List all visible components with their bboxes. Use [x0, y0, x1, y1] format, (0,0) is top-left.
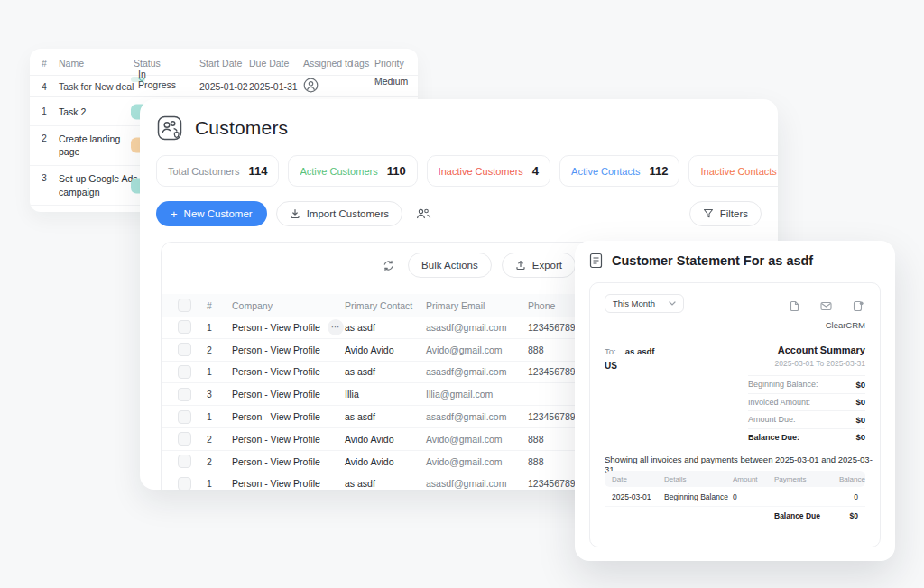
cell-email: Avido@gmail.com	[426, 456, 528, 467]
mini-footer-value: $0	[839, 511, 858, 520]
stat-label: Total Customers	[168, 166, 239, 177]
cell-company: Person - View Profile	[232, 366, 345, 377]
cell-contact: as asdf	[345, 322, 426, 333]
cell-number: 1	[207, 478, 232, 489]
import-customers-label: Import Customers	[307, 208, 389, 219]
cell-number: 1	[207, 411, 232, 422]
statement-table-header: DateDetailsAmountPaymentsBalance	[605, 471, 865, 487]
account-summary-period: 2025-03-01 To 2025-03-31	[774, 359, 865, 368]
company-link[interactable]: Person - View Profile	[232, 456, 320, 467]
mini-cell: 2025-03-01	[612, 492, 664, 501]
cell-email: asasdf@gmail.com	[426, 322, 528, 333]
header-checkbox[interactable]	[178, 299, 191, 312]
summary-label: Balance Due:	[748, 433, 799, 442]
row-checkbox[interactable]	[178, 477, 191, 490]
company-link[interactable]: Person - View Profile	[232, 434, 320, 445]
summary-value: $0	[855, 432, 865, 442]
stat-card: Inactive Contacts3	[688, 155, 778, 187]
row-checkbox[interactable]	[178, 388, 191, 401]
summary-value: $0	[855, 397, 865, 407]
chevron-down-icon	[374, 79, 382, 84]
cell-email: asasdf@gmail.com	[426, 366, 528, 377]
export-button[interactable]: Export	[502, 253, 576, 278]
download-pdf-button[interactable]	[786, 297, 803, 316]
recipient-name: as asdf	[625, 346, 655, 356]
cell-email: Illia@gmail.com	[426, 389, 528, 400]
cell-email: Avido@gmail.com	[426, 434, 528, 445]
new-customer-label: New Customer	[184, 208, 253, 219]
task-number: 1	[42, 106, 47, 116]
statement-table: DateDetailsAmountPaymentsBalance 2025-03…	[605, 471, 865, 524]
mini-column-header: Balance	[839, 475, 865, 483]
table-toolbar: Bulk Actions Export	[162, 253, 576, 278]
cell-contact: Avido Avido	[345, 345, 426, 355]
brand-label: ClearCRM	[826, 320, 865, 330]
company-link[interactable]: Person - View Profile	[232, 411, 320, 422]
to-label: To:	[605, 346, 616, 356]
send-to-phone-button[interactable]	[849, 297, 867, 316]
cell-contact: Avido Avido	[345, 456, 426, 467]
row-checkbox[interactable]	[178, 320, 191, 334]
column-header: Primary Contact	[345, 300, 426, 311]
company-link[interactable]: Person - View Profile	[232, 389, 320, 400]
stats-row: Total Customers114Active Customers110Ina…	[156, 155, 778, 187]
new-customer-button[interactable]: + New Customer	[156, 201, 267, 226]
company-link[interactable]: Person - View Profile	[232, 322, 320, 333]
cell-contact: as asdf	[345, 411, 426, 422]
task-number: 4	[42, 81, 47, 92]
stat-label: Inactive Contacts	[700, 166, 776, 177]
row-checkbox[interactable]	[178, 365, 191, 379]
summary-row: Beginning Balance:$0	[748, 375, 865, 393]
row-checkbox[interactable]	[178, 410, 191, 424]
statement-header: Customer Statement For as asdf	[589, 253, 813, 269]
stat-card: Inactive Customers4	[427, 155, 550, 187]
company-link[interactable]: Person - View Profile	[232, 366, 320, 377]
assignee-avatar-icon[interactable]	[303, 78, 319, 93]
statement-table-row: 2025-03-01Beginning Balance00	[605, 487, 865, 507]
period-select[interactable]: This Month	[605, 294, 684, 313]
import-customers-button[interactable]: Import Customers	[276, 201, 402, 226]
task-number: 3	[42, 172, 47, 183]
status-dropdown[interactable]: In Progress	[131, 77, 145, 82]
cell-number: 2	[207, 456, 232, 467]
row-checkbox[interactable]	[178, 455, 191, 468]
period-select-value: This Month	[613, 299, 655, 308]
statement-title: Customer Statement For as asdf	[612, 253, 813, 268]
summary-label: Invoiced Amount:	[748, 398, 810, 407]
filters-button[interactable]: Filters	[689, 201, 762, 226]
chevron-down-icon	[669, 301, 676, 306]
summary-row: Amount Due:$0	[748, 410, 865, 428]
divider	[30, 96, 418, 97]
column-header-status: Status	[134, 58, 161, 69]
actions-row: + New Customer Import Customers	[156, 201, 762, 226]
merge-contacts-button[interactable]	[411, 204, 435, 224]
company-link[interactable]: Person - View Profile	[232, 345, 320, 355]
row-checkbox[interactable]	[178, 343, 191, 356]
mini-cell: 0	[839, 492, 858, 501]
task-number: 2	[42, 133, 47, 143]
stat-card: Active Customers110	[288, 155, 417, 187]
mini-cell: 0	[733, 492, 774, 501]
column-header: Primary Email	[426, 300, 528, 311]
column-header: Company	[232, 300, 345, 311]
mini-column-header: Amount	[733, 475, 774, 483]
file-icon	[790, 300, 799, 312]
row-menu-button[interactable]: ⋯	[328, 319, 344, 335]
bulk-actions-button[interactable]: Bulk Actions	[408, 253, 492, 278]
email-statement-button[interactable]	[817, 298, 836, 315]
bulk-actions-label: Bulk Actions	[421, 260, 478, 271]
recipient-row: To:as asdf	[605, 346, 654, 356]
cell-contact: Illia	[345, 389, 426, 400]
column-header-due-date: Due Date	[249, 58, 289, 69]
document-icon	[589, 253, 603, 269]
cell-number: 2	[207, 345, 232, 355]
cell-company: Person - View Profile	[232, 345, 345, 355]
statement-table-footer: Balance Due$0	[605, 507, 865, 524]
row-checkbox[interactable]	[178, 432, 191, 446]
cell-number: 2	[207, 434, 232, 445]
cell-company: Person - View Profile	[232, 456, 345, 467]
column-header-name: Name	[59, 58, 84, 69]
company-link[interactable]: Person - View Profile	[232, 478, 320, 489]
refresh-button[interactable]	[379, 256, 398, 275]
stat-value: 110	[387, 164, 406, 178]
